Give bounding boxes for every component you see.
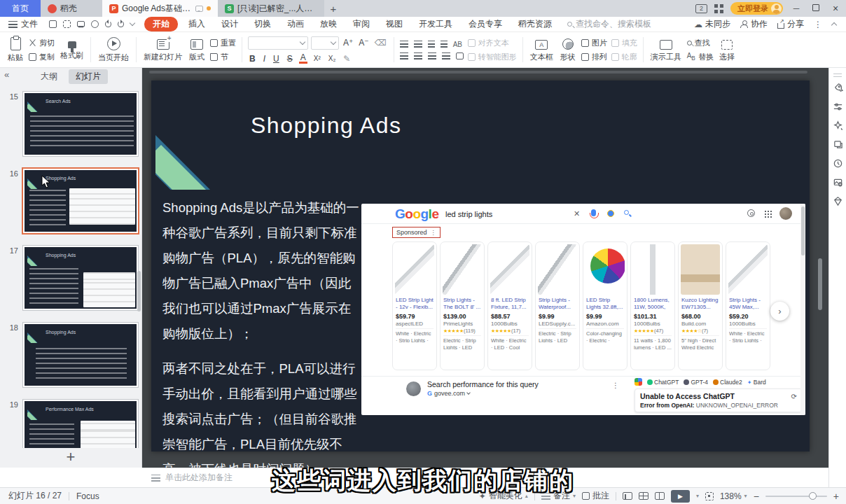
slide-thumbnail-17[interactable]: Shopping Ads <box>23 246 138 310</box>
login-button[interactable]: 立即登录 <box>730 2 783 15</box>
menu-file[interactable]: 文件 <box>8 18 38 30</box>
notes-toggle-button[interactable]: 备注▾ <box>541 490 576 502</box>
slide-canvas[interactable]: Shopping Ads Shopping Ads是以产品为基础的一种谷歌广告系… <box>151 80 810 451</box>
picture-button[interactable]: 图片 <box>581 38 607 48</box>
superscript-icon[interactable]: X² <box>312 55 322 62</box>
play-from-current-button[interactable]: 当页开始 <box>95 37 132 63</box>
italic-icon[interactable]: I <box>262 54 267 64</box>
menu-review[interactable]: 审阅 <box>353 18 370 30</box>
font-color-icon[interactable]: A <box>299 54 307 64</box>
more-icon[interactable]: ⋮ <box>814 20 822 29</box>
font-size-select[interactable] <box>311 36 339 50</box>
comments-button[interactable]: 批注 <box>582 490 609 502</box>
arrange-button[interactable]: 排列 <box>581 52 607 62</box>
presentation-tools-button[interactable]: 演示工具 <box>647 38 685 62</box>
slideshow-play-button[interactable]: ▶ <box>671 490 690 503</box>
slide-sorter-view-icon[interactable] <box>639 492 649 500</box>
share-button[interactable]: 分享 <box>777 18 804 30</box>
export-icon[interactable] <box>63 20 71 28</box>
image-edit-icon[interactable] <box>829 173 846 192</box>
decrease-indent-icon[interactable] <box>428 41 435 48</box>
redo-icon[interactable] <box>118 21 124 27</box>
zoom-level[interactable]: 138%▾ <box>720 491 747 501</box>
tab-docer[interactable]: 稻壳 <box>41 0 102 17</box>
increase-font-icon[interactable]: A⁺ <box>342 38 354 48</box>
notes-bar[interactable]: 单击此处添加备注 <box>142 468 828 487</box>
minimize-button[interactable]: ─ <box>790 4 803 13</box>
fill-button[interactable]: 填充 <box>611 38 637 48</box>
align-text-button[interactable]: 对齐文本 <box>468 38 517 48</box>
menu-design[interactable]: 设计 <box>221 18 238 30</box>
paste-button[interactable]: 粘贴 <box>4 37 27 63</box>
duplicate-frames-icon[interactable] <box>829 135 846 154</box>
bullet-list-icon[interactable] <box>400 41 408 48</box>
new-tab-button[interactable]: + <box>324 0 342 17</box>
horizontal-scrollbar[interactable] <box>149 71 807 74</box>
tab-outline[interactable]: 大纲 <box>34 69 64 84</box>
format-painter-button[interactable]: 格式刷 <box>57 39 87 61</box>
print-icon[interactable] <box>77 21 85 27</box>
apps-grid-icon[interactable] <box>714 4 723 13</box>
smart-graphic-button[interactable]: 转智能图形 <box>468 52 517 62</box>
new-slide-button[interactable]: 新建幻灯片 <box>140 38 186 62</box>
menu-start-active[interactable]: 开始 <box>144 17 178 31</box>
zoom-in-button[interactable]: + <box>833 491 839 502</box>
section-button[interactable]: 节 <box>210 52 236 62</box>
bold-icon[interactable]: B <box>248 54 257 64</box>
menu-devtools[interactable]: 开发工具 <box>419 18 452 30</box>
slide-thumbnail-15[interactable]: Search Ads <box>23 92 138 156</box>
reading-view-icon[interactable] <box>655 492 665 500</box>
sync-status[interactable]: ☁未同步 <box>694 18 730 30</box>
find-button[interactable]: 查找 <box>687 38 714 48</box>
text-box-button[interactable]: A文本框 <box>527 38 557 62</box>
vertical-scrollbar[interactable] <box>818 258 822 310</box>
help-clock-icon[interactable] <box>829 154 846 173</box>
menu-member[interactable]: 会员专享 <box>469 18 502 30</box>
zoom-slider[interactable] <box>765 496 827 497</box>
panel-scrollbar[interactable] <box>137 271 141 312</box>
collapse-panel-icon[interactable]: « <box>4 69 9 80</box>
subscript-icon[interactable]: X₂ <box>327 55 338 62</box>
decrease-font-icon[interactable]: A⁻ <box>357 38 370 48</box>
layout-button[interactable]: 版式 <box>186 38 208 62</box>
font-family-select[interactable] <box>248 36 308 50</box>
select-button[interactable]: 选择 <box>716 38 738 62</box>
menu-transition[interactable]: 切换 <box>254 18 271 30</box>
save-icon[interactable] <box>49 20 57 28</box>
tab-count-icon[interactable]: 2 <box>695 4 707 13</box>
quick-access-more-icon[interactable] <box>130 20 135 26</box>
quick-tools-icon[interactable] <box>829 78 846 97</box>
zoom-out-button[interactable]: − <box>754 491 759 502</box>
tab-current-presentation[interactable]: P Google Ads基础知识.pptx <box>102 0 218 17</box>
reset-button[interactable]: 重置 <box>210 38 236 48</box>
menu-docer-resources[interactable]: 稻壳资源 <box>518 18 552 30</box>
menu-insert[interactable]: 插入 <box>188 18 205 30</box>
strikethrough-icon[interactable]: S <box>286 54 294 64</box>
tab-home[interactable]: 首页 <box>0 0 41 17</box>
close-button[interactable]: × <box>829 3 842 14</box>
command-search[interactable]: 查找命令、搜索模板 <box>567 18 651 30</box>
play-options-icon[interactable]: ▾ <box>696 493 699 499</box>
clear-format-icon[interactable]: ⌫ <box>373 38 388 48</box>
properties-sliders-icon[interactable] <box>829 97 846 116</box>
google-search-screenshot[interactable]: Google led strip lights ✕ Sponsored ⋮ <box>361 204 805 415</box>
effects-star-icon[interactable] <box>829 116 846 135</box>
collapse-ribbon-icon[interactable] <box>831 22 837 28</box>
line-spacing-icon[interactable] <box>456 52 464 59</box>
tab-spreadsheet[interactable]: S [只读]已解密_...人端推广种草bf <box>218 0 324 17</box>
highlight-icon[interactable]: ✎ <box>342 54 352 64</box>
outline-button[interactable]: 轮廓 <box>611 52 637 62</box>
copy-button[interactable]: 复制 <box>29 52 55 62</box>
align-right-icon[interactable] <box>428 52 436 59</box>
print-preview-icon[interactable] <box>91 20 99 28</box>
text-direction-icon[interactable]: AB <box>453 41 462 48</box>
focus-mode-label[interactable]: Focus <box>76 491 99 501</box>
menu-animation[interactable]: 动画 <box>287 18 304 30</box>
align-left-icon[interactable] <box>400 52 408 59</box>
panel-drag-handle[interactable] <box>833 74 842 77</box>
numbered-list-icon[interactable] <box>414 41 422 48</box>
smart-beautify-button[interactable]: ✦智能美化▴ <box>479 490 528 502</box>
align-center-icon[interactable] <box>414 52 422 59</box>
maximize-button[interactable] <box>810 4 822 13</box>
collaborate-button[interactable]: 协作 <box>740 18 768 30</box>
